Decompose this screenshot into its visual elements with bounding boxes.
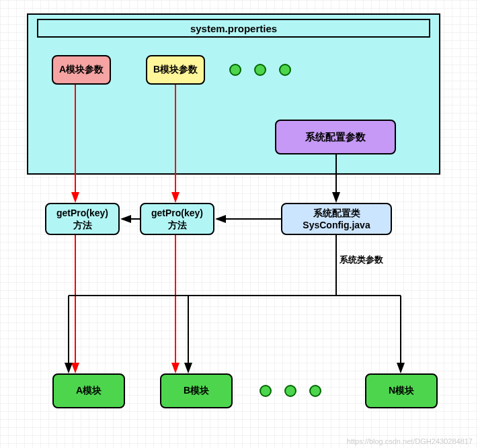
module-b-params-box: B模块参数 [146,55,205,85]
sys-config-class-label: 系统配置类 SysConfig.java [303,207,370,231]
module-a-box: A模块 [52,373,125,408]
sys-config-params-box: 系统配置参数 [275,120,396,154]
module-a-label: A模块 [76,385,102,397]
title-text: system.properties [190,23,277,34]
get-pro-a-label: getPro(key) 方法 [56,207,108,231]
module-b-box: B模块 [160,373,233,408]
get-pro-b-label: getPro(key) 方法 [151,207,203,231]
ellipsis-icon [284,385,296,397]
module-b-params-label: B模块参数 [153,64,198,76]
diagram-canvas: system.properties A模块参数 B模块参数 系统配置参数 get… [0,0,478,448]
watermark-text: https://blog.csdn.net/DGH2430284817 [347,437,473,445]
ellipsis-icon [229,64,241,76]
module-n-box: N模块 [365,373,438,408]
ellipsis-icon [254,64,266,76]
module-n-label: N模块 [389,385,414,397]
ellipsis-icon [279,64,291,76]
ellipsis-icon [309,385,321,397]
module-a-params-box: A模块参数 [52,55,111,85]
sys-config-params-label: 系统配置参数 [305,131,366,144]
sys-class-params-label: 系统类参数 [340,254,383,266]
system-properties-title: system.properties [37,19,430,38]
sys-config-class-box: 系统配置类 SysConfig.java [281,203,392,235]
ellipsis-icon [260,385,272,397]
get-pro-b-box: getPro(key) 方法 [140,203,214,235]
module-a-params-label: A模块参数 [59,64,104,76]
module-b-label: B模块 [184,385,209,397]
get-pro-a-box: getPro(key) 方法 [45,203,120,235]
